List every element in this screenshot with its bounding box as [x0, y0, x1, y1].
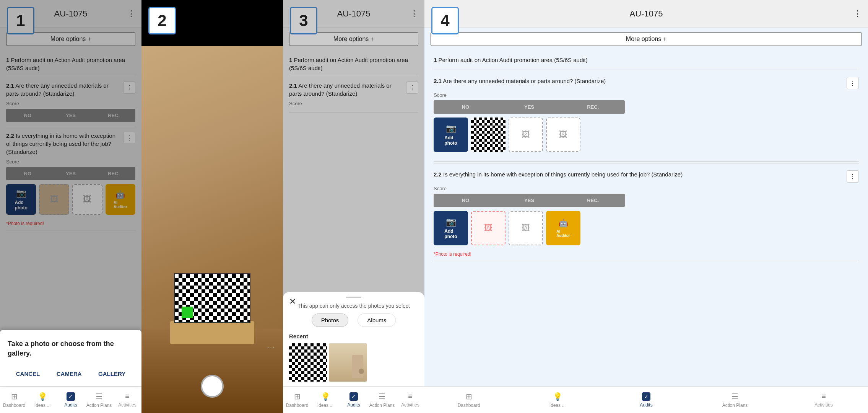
dialog-gallery-btn[interactable]: GALLERY — [94, 367, 130, 380]
screen4-item3-title: 2.2 Is everything in its home with excep… — [434, 170, 844, 178]
dialog-overlay-1: Take a photo or choose from the gallery.… — [0, 0, 141, 386]
nav-activities-4[interactable]: ≡ Activities — [779, 387, 868, 413]
picker-close-btn[interactable]: ✕ — [289, 297, 296, 307]
step-badge-4: 4 — [431, 7, 459, 34]
picker-recent-label: Recent — [283, 333, 424, 340]
more-options-icon-4[interactable]: ⋮ — [853, 9, 862, 19]
screen-4-title: AU-1075 — [630, 9, 663, 19]
nav-ideas-3[interactable]: 💡 Ideas ... — [311, 387, 340, 413]
nav-audits-1[interactable]: ✓ Audits — [57, 387, 85, 413]
audits-icon-4: ✓ — [642, 392, 650, 401]
score-buttons-4: NO YES REC. — [434, 100, 625, 114]
item-options-btn-4b[interactable]: ⋮ — [847, 170, 859, 183]
picker-handle — [346, 297, 361, 298]
nav-action-plans-4[interactable]: ☰ Action Plans — [691, 387, 779, 413]
photo-placeholder-4b[interactable]: 🖼 — [546, 118, 580, 152]
screen4-item2-title: 2.1 Are there any unneeded materials or … — [434, 77, 844, 85]
photo-row-4a: 📷 Addphoto 🖼 🖼 — [434, 114, 859, 157]
photo-icon-pink: 🖼 — [484, 223, 493, 233]
picker-tab-albums[interactable]: Albums — [358, 313, 396, 327]
picker-thumb-1[interactable] — [289, 343, 327, 382]
picker-tab-photos[interactable]: Photos — [312, 313, 349, 327]
nav-audits-3[interactable]: ✓ Audits — [340, 387, 368, 413]
screen-4-content: 1 Perform audit on Action Audit promotio… — [424, 51, 868, 386]
dashboard-icon-1: ⊞ — [11, 392, 18, 401]
activities-icon-4: ≡ — [821, 392, 826, 401]
more-options-button-4[interactable]: More options + — [431, 32, 862, 46]
nav-dashboard-4[interactable]: ⊞ Dashboard — [424, 387, 513, 413]
ideas-icon-3: 💡 — [321, 392, 330, 401]
item-options-btn-4[interactable]: ⋮ — [847, 77, 859, 89]
nav-dashboard-3[interactable]: ⊞ Dashboard — [283, 387, 311, 413]
ai-icon-4: 🤖 — [559, 219, 568, 228]
add-photo-btn-4a[interactable]: 📷 Addphoto — [434, 118, 468, 152]
nav-audits-4[interactable]: ✓ Audits — [602, 387, 691, 413]
nav-activities-3[interactable]: ≡ Activities — [396, 387, 424, 413]
camera-icon-4b: 📷 — [446, 217, 456, 227]
photo-icon-4b: 🖼 — [559, 130, 567, 140]
screenshot-container: 1 AU-1075 ⋮ More options + 1 Perform aud… — [0, 0, 868, 413]
action-plans-icon-3: ☰ — [379, 392, 385, 401]
add-photo-btn-4b[interactable]: 📷 Addphoto — [434, 211, 468, 245]
dialog-camera-btn[interactable]: CAMERA — [52, 367, 86, 380]
photo-picker-overlay: ✕ This app can only access the photos yo… — [283, 0, 424, 386]
score-yes-5[interactable]: YES — [497, 194, 561, 207]
camera-shutter-btn[interactable] — [201, 375, 224, 398]
screen-4-header: AU-1075 ⋮ — [424, 0, 868, 28]
checker-thumb — [289, 343, 327, 382]
score-buttons-5: NO YES REC. — [434, 194, 625, 207]
camera-dots[interactable]: ··· — [267, 344, 275, 352]
action-plans-icon-1: ☰ — [96, 392, 102, 401]
nav-action-plans-3[interactable]: ☰ Action Plans — [368, 387, 396, 413]
screen4-item2: 2.1 Are there any unneeded materials or … — [434, 72, 859, 162]
divider-1 — [434, 70, 859, 70]
photo-placeholder-4c[interactable]: 🖼 — [509, 211, 543, 245]
cat-thumb — [329, 343, 367, 382]
screen4-item1-title: 1 Perform audit on Action Audit promotio… — [434, 56, 859, 64]
picker-tabs: Photos Albums — [283, 313, 424, 327]
dashboard-icon-3: ⊞ — [294, 392, 301, 401]
photo-thumbnail-4a[interactable] — [471, 118, 506, 152]
action-plans-icon-4: ☰ — [731, 392, 738, 401]
ai-auditor-btn-4[interactable]: 🤖 AIAuditor — [546, 211, 580, 245]
score-section-5: Score NO YES REC. — [434, 183, 859, 207]
camera-view: ··· — [141, 46, 283, 413]
score-yes-4[interactable]: YES — [497, 100, 561, 114]
screen-3-bottom-nav: ⊞ Dashboard 💡 Ideas ... ✓ Audits ☰ Actio… — [283, 386, 424, 413]
photo-required-4: *Photo is required! — [434, 251, 859, 257]
nav-action-plans-1[interactable]: ☰ Action Plans — [85, 387, 113, 413]
picker-thumbnails — [283, 343, 424, 382]
picker-thumb-2[interactable] — [329, 343, 367, 382]
score-section-4: Score NO YES REC. — [434, 89, 859, 114]
score-label-4: Score — [434, 92, 859, 98]
nav-dashboard-1[interactable]: ⊞ Dashboard — [0, 387, 28, 413]
screen-4: 4 AU-1075 ⋮ More options + 1 Perform aud… — [424, 0, 868, 413]
activities-icon-3: ≡ — [408, 392, 413, 401]
audits-icon-3: ✓ — [349, 392, 358, 401]
nav-activities-1[interactable]: ≡ Activities — [113, 387, 141, 413]
score-rec-4[interactable]: REC. — [561, 100, 625, 114]
nav-ideas-1[interactable]: 💡 Ideas ... — [28, 387, 57, 413]
screen4-item3: 2.2 Is everything in its home with excep… — [434, 165, 859, 261]
dialog-cancel-btn[interactable]: CANCEL — [11, 367, 45, 380]
photo-picker-panel: ✕ This app can only access the photos yo… — [283, 292, 424, 386]
score-no-4[interactable]: NO — [434, 100, 497, 114]
tv-stand — [170, 321, 254, 344]
divider-2 — [434, 163, 859, 163]
camera-icon-4a: 📷 — [446, 124, 456, 134]
nav-ideas-4[interactable]: 💡 Ideas ... — [513, 387, 602, 413]
photo-placeholder-4a[interactable]: 🖼 — [509, 118, 543, 152]
score-no-5[interactable]: NO — [434, 194, 497, 207]
picker-notice: This app can only access the photos you … — [283, 303, 424, 309]
score-rec-5[interactable]: REC. — [561, 194, 625, 207]
photo-placeholder-pink-4[interactable]: 🖼 — [471, 211, 506, 245]
photo-icon-4c: 🖼 — [522, 223, 530, 233]
screen-4-bottom-nav: ⊞ Dashboard 💡 Ideas ... ✓ Audits ☰ Actio… — [424, 386, 868, 413]
audits-icon-1: ✓ — [67, 392, 75, 401]
dialog-text-1: Take a photo or choose from the gallery. — [8, 339, 134, 358]
ideas-icon-4: 💡 — [553, 392, 562, 401]
screen-1: 1 AU-1075 ⋮ More options + 1 Perform aud… — [0, 0, 141, 413]
screen-1-bottom-nav: ⊞ Dashboard 💡 Ideas ... ✓ Audits ☰ Actio… — [0, 386, 141, 413]
ideas-icon-1: 💡 — [38, 392, 47, 401]
dialog-actions-1: CANCEL CAMERA GALLERY — [8, 367, 134, 380]
